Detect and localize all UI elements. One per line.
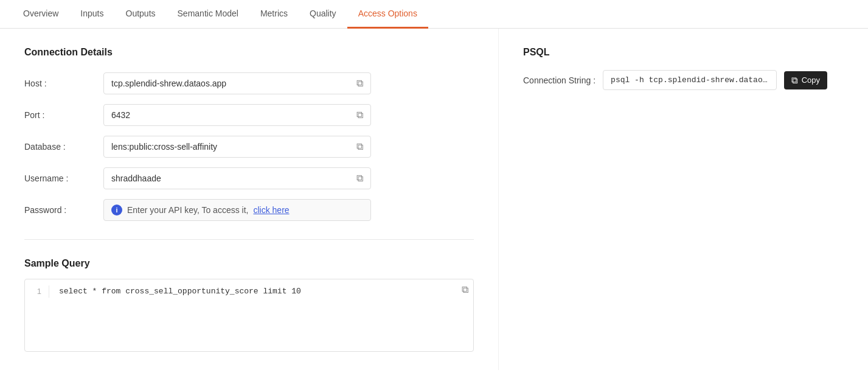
host-value-wrap: tcp.splendid-shrew.dataos.app ⧉ [103, 72, 371, 94]
right-panel: PSQL Connection String : psql -h tcp.spl… [499, 29, 852, 370]
tab-access-options[interactable]: Access Options [347, 0, 428, 29]
divider [24, 239, 474, 240]
database-label: Database : [24, 142, 103, 152]
copy-button-label: Copy [802, 75, 820, 85]
username-label: Username : [24, 173, 103, 183]
connection-string-label: Connection String : [523, 75, 595, 85]
port-label: Port : [24, 110, 103, 120]
port-copy-icon[interactable]: ⧉ [356, 110, 363, 121]
port-row: Port : 6432 ⧉ [24, 104, 474, 126]
connection-string-value: psql -h tcp.splendid-shrew.dataos.app -p… [603, 70, 777, 90]
host-label: Host : [24, 79, 103, 88]
password-text: Enter your API key, To access it, [127, 205, 248, 215]
password-row: Password : i Enter your API key, To acce… [24, 199, 474, 221]
connection-details-title: Connection Details [24, 47, 474, 58]
query-line-1: 1 select * from cross_sell_opportunity_s… [25, 279, 473, 304]
tab-semantic-model[interactable]: Semantic Model [167, 0, 249, 29]
username-copy-icon[interactable]: ⧉ [356, 173, 363, 184]
database-copy-icon[interactable]: ⧉ [356, 141, 363, 152]
password-label: Password : [24, 205, 103, 215]
username-row: Username : shraddhaade ⧉ [24, 167, 474, 189]
port-value: 6432 [111, 110, 352, 120]
database-value: lens:public:cross-sell-affinity [111, 142, 352, 152]
username-value-wrap: shraddhaade ⧉ [103, 167, 371, 189]
query-box: 1 select * from cross_sell_opportunity_s… [24, 279, 474, 352]
database-row: Database : lens:public:cross-sell-affini… [24, 136, 474, 158]
copy-button-icon: ⧉ [791, 75, 798, 86]
copy-button[interactable]: ⧉ Copy [784, 71, 827, 89]
tab-outputs[interactable]: Outputs [115, 0, 167, 29]
click-here-link[interactable]: click here [253, 205, 289, 215]
tab-metrics[interactable]: Metrics [249, 0, 299, 29]
port-value-wrap: 6432 ⧉ [103, 104, 371, 126]
psql-title: PSQL [523, 47, 827, 58]
host-row: Host : tcp.splendid-shrew.dataos.app ⧉ [24, 72, 474, 94]
left-panel: Connection Details Host : tcp.splendid-s… [0, 29, 499, 370]
nav-tabs: Overview Inputs Outputs Semantic Model M… [0, 0, 868, 29]
host-value: tcp.splendid-shrew.dataos.app [111, 79, 352, 88]
query-code-1: select * from cross_sell_opportunity_sco… [59, 285, 301, 298]
info-icon: i [111, 205, 122, 215]
username-value: shraddhaade [111, 173, 352, 183]
query-copy-icon[interactable]: ⧉ [462, 284, 468, 295]
connection-string-row: Connection String : psql -h tcp.splendid… [523, 70, 827, 90]
copy-button-wrapper: ⧉ Copy [784, 71, 827, 89]
sample-query-title: Sample Query [24, 258, 474, 269]
main-content: Connection Details Host : tcp.splendid-s… [0, 29, 868, 370]
database-value-wrap: lens:public:cross-sell-affinity ⧉ [103, 136, 371, 158]
line-number-1: 1 [25, 285, 49, 298]
password-wrap: i Enter your API key, To access it, clic… [103, 199, 371, 221]
tab-inputs[interactable]: Inputs [69, 0, 114, 29]
tab-overview[interactable]: Overview [12, 0, 69, 29]
host-copy-icon[interactable]: ⧉ [356, 78, 363, 89]
tab-quality[interactable]: Quality [299, 0, 347, 29]
